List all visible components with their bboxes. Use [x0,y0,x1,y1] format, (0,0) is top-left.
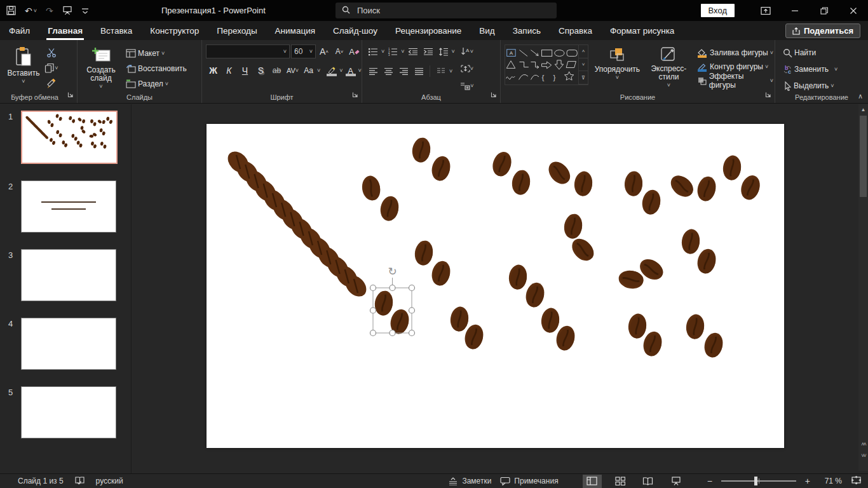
align-left-icon[interactable] [366,64,380,78]
slide-thumbnail-image[interactable] [21,111,118,164]
normal-view-button[interactable] [583,475,602,488]
coffee-bean[interactable] [82,119,85,123]
coffee-bean[interactable] [623,170,643,196]
selection-handle[interactable] [390,285,395,291]
gallery-down-icon[interactable]: ˅ [579,58,588,72]
zoom-in-icon[interactable]: + [805,476,810,486]
gallery-up-icon[interactable]: ˄ [579,45,588,58]
underline-button[interactable]: Ч [238,64,252,78]
slideshow-view-button[interactable] [667,475,686,488]
shape-fill-button[interactable]: Заливка фигуры˅ [695,46,775,59]
text-shadow-button[interactable]: S [254,64,268,78]
coffee-bean[interactable] [109,119,112,124]
search-box[interactable] [336,3,557,18]
slide-sorter-view-button[interactable] [611,475,630,488]
align-text-icon[interactable]: ˅ [460,62,474,76]
coffee-bean[interactable] [702,331,725,360]
char-spacing-button[interactable]: AV˅ [285,64,300,78]
coffee-bean[interactable] [523,281,546,309]
zoom-out-icon[interactable]: − [707,476,712,486]
font-size-combo[interactable]: 60˅ [291,44,316,58]
tab-вставка[interactable]: Вставка [92,21,141,40]
coffee-bean[interactable] [680,228,701,255]
coffee-bean[interactable] [58,133,62,137]
coffee-bean[interactable] [507,264,528,291]
rotation-handle[interactable]: ↻ [388,266,397,278]
undo-icon[interactable]: ↶˅ [25,6,37,16]
coffee-bean[interactable] [93,122,97,126]
select-button[interactable]: Выделить˅ [782,79,868,93]
bean-rope[interactable] [224,147,370,301]
paragraph-dialog-launcher-icon[interactable] [491,89,497,100]
vertical-scrollbar[interactable]: ▲ ˄˄ ˅˅ [858,104,868,471]
gallery-more-icon[interactable]: ⊽ [579,71,588,85]
tab-слайд-шоу[interactable]: Слайд-шоу [324,21,386,40]
tab-формат-рисунка[interactable]: Формат рисунка [601,21,683,40]
coffee-bean[interactable] [627,313,648,340]
change-case-chevron-icon[interactable]: ˅ [317,69,320,72]
clear-formatting-icon[interactable]: A [348,44,362,58]
coffee-bean[interactable] [71,133,74,138]
coffee-bean[interactable] [62,140,65,145]
coffee-bean[interactable] [640,188,662,216]
collapse-ribbon-icon[interactable]: ∧ [858,92,863,100]
align-center-icon[interactable] [381,64,395,78]
slide-counter[interactable]: Слайд 1 из 5 [18,477,64,485]
coffee-bean[interactable] [553,324,577,353]
coffee-bean[interactable] [562,212,584,240]
coffee-bean[interactable] [72,119,76,123]
shapes-gallery[interactable]: A { [505,44,588,85]
customize-qat-icon[interactable] [81,7,89,15]
tab-рецензирование[interactable]: Рецензирование [386,21,470,40]
slide-canvas[interactable]: ↻ [207,124,784,448]
tab-запись[interactable]: Запись [504,21,550,40]
coffee-bean[interactable] [79,143,83,147]
slide-thumbnail-image[interactable] [21,180,116,233]
coffee-bean[interactable] [510,168,532,196]
coffee-bean[interactable] [360,175,381,202]
section-button[interactable]: Раздел˅ [125,77,188,91]
zoom-slider[interactable] [721,480,796,482]
increase-indent-icon[interactable] [421,44,435,58]
text-direction-icon[interactable]: A˅ [460,44,474,58]
tab-вид[interactable]: Вид [470,21,503,40]
coffee-bean[interactable] [81,129,86,133]
coffee-bean[interactable] [99,128,102,133]
columns-icon[interactable] [434,64,448,78]
fit-to-window-icon[interactable] [851,475,862,487]
selection-handle[interactable] [409,285,415,291]
coffee-bean[interactable] [74,137,78,141]
coffee-bean[interactable] [106,116,109,121]
convert-smartart-icon[interactable]: ˅ [460,79,474,93]
coffee-bean[interactable] [684,313,705,341]
selection-handle[interactable] [390,330,395,336]
drawing-dialog-launcher-icon[interactable] [765,89,771,100]
change-case-button[interactable]: Aa [301,64,316,78]
coffee-bean[interactable] [80,126,84,130]
font-name-combo[interactable]: ˅ [206,44,290,58]
selection-handle[interactable] [370,308,376,313]
coffee-bean[interactable] [721,154,742,182]
previous-slide-icon[interactable]: ˄˄ [858,440,868,449]
coffee-bean[interactable] [617,269,644,290]
slide-thumbnail-5[interactable]: 5 [0,386,131,438]
tab-конструктор[interactable]: Конструктор [141,21,208,40]
format-painter-icon[interactable] [44,76,58,90]
coffee-bean[interactable] [78,117,83,122]
coffee-bean[interactable] [373,289,395,316]
save-icon[interactable] [6,6,16,15]
slide-thumbnail-image[interactable] [21,249,116,301]
coffee-bean[interactable] [695,247,718,276]
coffee-bean[interactable] [695,175,718,203]
coffee-bean[interactable] [102,119,105,124]
tab-file[interactable]: Файл [0,21,39,40]
coffee-bean[interactable] [69,116,72,120]
align-right-icon[interactable] [397,64,410,78]
zoom-slider-handle[interactable] [754,477,757,485]
coffee-bean[interactable] [429,259,452,288]
clipboard-dialog-launcher-icon[interactable] [67,89,74,100]
bean-rope[interactable] [25,116,49,140]
coffee-bean[interactable] [568,234,598,265]
scroll-up-icon[interactable]: ▲ [858,104,868,114]
start-slideshow-icon[interactable] [62,6,72,15]
